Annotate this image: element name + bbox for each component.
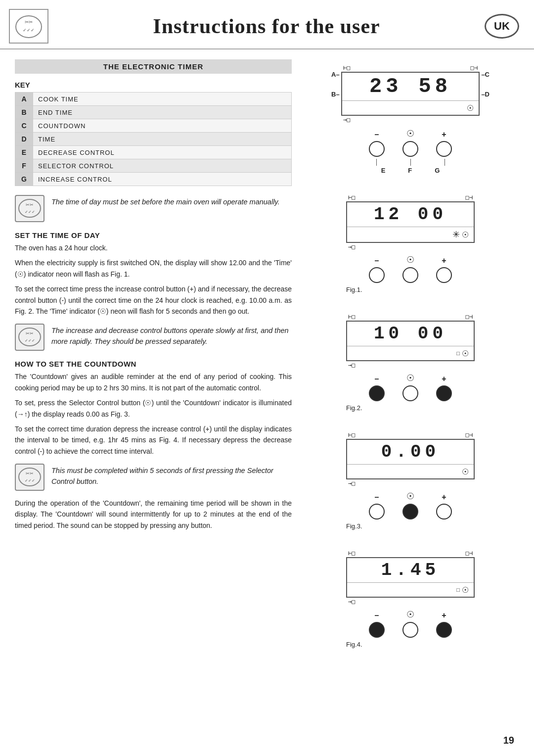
main-bottom-row: ☉ — [342, 101, 479, 115]
fig2-selector-icon: ☉ — [462, 349, 469, 358]
fig2-time: 10 00 — [352, 324, 469, 344]
key-letter: A — [15, 93, 33, 106]
fig2-plus-btn[interactable] — [436, 385, 452, 401]
main-inner-box: 23 58 ☉ — [341, 72, 480, 116]
fig1-ctrl-sel: ☉ — [402, 254, 418, 283]
fig1-bottom-row: ✳ ☉ — [347, 227, 474, 242]
fig1-diagram: ⊢□ □⊣ 12 00 ✳ ☉ →□ — [302, 194, 519, 293]
main-display-time: 23 58 — [347, 75, 474, 98]
countdown-para1: The 'Countdown' gives an audible reminde… — [15, 371, 292, 393]
fig1-top-row: 12 00 — [347, 202, 474, 227]
set-time-para1: The oven has a 24 hour clock. — [15, 242, 292, 253]
fig4-sq-icon: □ — [456, 587, 460, 593]
fig2-label: Fig.2. — [346, 404, 475, 412]
note-box-2: ✂✂ ✓✓✓ The increase and decrease control… — [15, 324, 292, 351]
fig1-star-icon: ✳ — [452, 229, 460, 240]
minus-label: – — [375, 130, 379, 139]
key-description: DECREASE CONTROL — [33, 146, 292, 159]
fig3-arrow-tr: □⊣ — [466, 431, 473, 438]
fig2-diagram: ⊢□ □⊣ 10 00 □ ☉ →□ — [302, 313, 519, 412]
fig4-selector-icon: ☉ — [462, 585, 469, 595]
set-time-heading: SET THE TIME OF DAY — [15, 231, 292, 239]
fig3-minus-btn[interactable] — [369, 504, 385, 520]
note-icon-1: ✂✂ ✓✓✓ — [15, 195, 44, 222]
note-text-3: This must be completed within 5 seconds … — [51, 464, 292, 487]
fig4-minus-btn[interactable] — [369, 622, 385, 638]
key-letter: E — [15, 146, 33, 159]
fig1-label: Fig.1. — [346, 286, 475, 293]
selector-label: ☉ — [406, 128, 414, 139]
note-box-3: ✂✂ ✓✓✓ This must be completed within 5 s… — [15, 464, 292, 491]
key-description: TIME — [33, 133, 292, 146]
note-box-1: ✂✂ ✓✓✓ The time of day must be set befor… — [15, 195, 292, 222]
key-row: CCOUNTDOWN — [15, 119, 292, 133]
countdown-heading: HOW TO SET THE COUNTDOWN — [15, 360, 292, 368]
countdown-para3: To set the correct time duration depress… — [15, 424, 292, 457]
fig4-arrow-tr: □⊣ — [466, 550, 473, 557]
fig1-plus-btn[interactable] — [436, 267, 452, 283]
fig2-arrow-tl: ⊢□ — [348, 313, 355, 320]
plus-button[interactable] — [436, 141, 452, 157]
fig1-arrow-tl: ⊢□ — [348, 194, 355, 201]
fig4-ctrl-minus: – — [369, 611, 385, 638]
key-row: BEND TIME — [15, 106, 292, 119]
minus-button[interactable] — [369, 141, 385, 157]
fig2-ctrl-sel: ☉ — [402, 373, 418, 401]
fig2-minus-btn[interactable] — [369, 385, 385, 401]
fig4-plus-label: + — [442, 611, 446, 620]
fig3-time: 0.00 — [352, 442, 469, 462]
fig3-sel-icon: ☉ — [406, 491, 414, 502]
fig4-sel-icon: ☉ — [406, 609, 414, 620]
fig4-ctrl-sel: ☉ — [402, 609, 418, 638]
note-icon-3: ✂✂ ✓✓✓ — [15, 464, 44, 491]
fig4-plus-btn[interactable] — [436, 622, 452, 638]
svg-text:✓✓✓: ✓✓✓ — [25, 338, 35, 343]
fig2-ctrl-plus: + — [436, 375, 452, 401]
fig1-sel-icon: ☉ — [406, 254, 414, 265]
section-title: THE ELECTRONIC TIMER — [15, 59, 292, 74]
left-column: THE ELECTRONIC TIMER KEY ACOOK TIMEBEND … — [15, 59, 292, 648]
fig3-minus-label: – — [375, 493, 379, 502]
fig2-sq-icon: □ — [456, 350, 460, 356]
key-letter: G — [15, 173, 33, 186]
key-row: FSELECTOR CONTROL — [15, 159, 292, 173]
label-g: G — [435, 167, 440, 174]
fig1-plus-label: + — [442, 256, 446, 265]
svg-text:✓✓✓: ✓✓✓ — [23, 28, 35, 33]
fig3-ctrl-sel: ☉ — [402, 491, 418, 520]
fig3-sel-btn[interactable] — [402, 504, 418, 520]
fig3-ctrl-minus: – — [369, 493, 385, 520]
fig2-minus-label: – — [375, 375, 379, 383]
logo: ✂✂ ✓✓✓ — [9, 9, 48, 44]
fig3-ctrl-plus: + — [436, 493, 452, 520]
label-f: F — [408, 167, 412, 174]
key-description: SELECTOR CONTROL — [33, 159, 292, 173]
page-number: 19 — [503, 735, 514, 746]
fig1-minus-btn[interactable] — [369, 267, 385, 283]
right-column: A– B– –C –D ⊢□ □⊣ 23 58 — [302, 59, 519, 648]
fig1-sel-btn[interactable] — [402, 267, 418, 283]
fig3-bottom-row: ☉ — [347, 465, 474, 478]
key-letter: C — [15, 119, 33, 133]
fig4-sel-btn[interactable] — [402, 622, 418, 638]
fig3-label: Fig.3. — [346, 522, 475, 530]
key-row: GINCREASE CONTROL — [15, 173, 292, 186]
key-letter: D — [15, 133, 33, 146]
svg-text:✂✂: ✂✂ — [25, 19, 33, 25]
fig4-minus-label: – — [375, 611, 379, 620]
uk-badge: UK — [485, 14, 519, 39]
countdown-para4: During the operation of the 'Countdown',… — [15, 498, 292, 531]
fig1-inner: 12 00 ✳ ☉ — [346, 201, 475, 243]
svg-text:✓✓✓: ✓✓✓ — [25, 210, 35, 214]
key-label: KEY — [15, 81, 292, 89]
fig2-sel-btn[interactable] — [402, 385, 418, 401]
fig1-ctrl-plus: + — [436, 256, 452, 283]
label-b: B– — [331, 91, 340, 98]
selector-button[interactable] — [402, 141, 418, 157]
fig3-plus-btn[interactable] — [436, 504, 452, 520]
fig3-arrow-bl: →□ — [348, 480, 355, 487]
fig2-arrow-tr: □⊣ — [466, 313, 473, 320]
fig4-arrow-tl: ⊢□ — [348, 550, 355, 557]
main-display-outer: A– B– –C –D ⊢□ □⊣ 23 58 — [307, 64, 514, 174]
fig1-arrow-tr: □⊣ — [466, 194, 473, 201]
